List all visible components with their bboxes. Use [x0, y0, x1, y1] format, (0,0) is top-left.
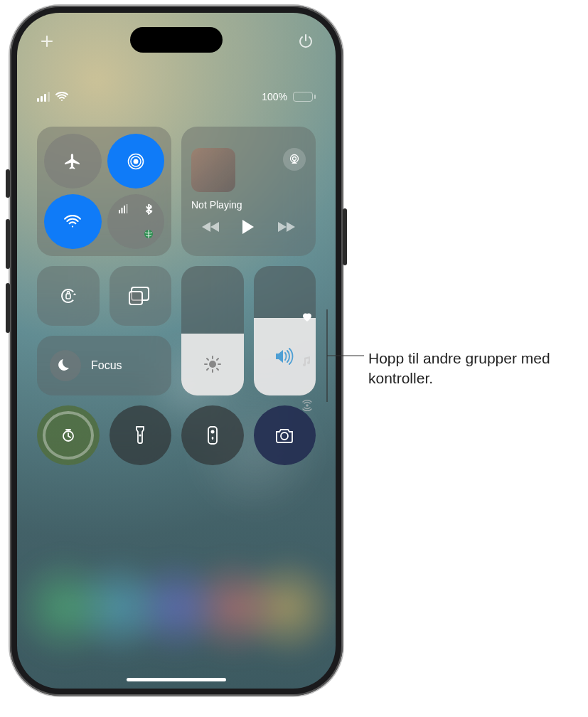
- page-indicator[interactable]: [301, 312, 313, 411]
- svg-point-10: [59, 287, 77, 304]
- bluetooth-icon: [137, 198, 160, 221]
- album-art: [191, 148, 235, 192]
- airdrop-toggle[interactable]: [107, 134, 165, 188]
- timer-button[interactable]: [37, 405, 100, 465]
- dynamic-island: [130, 27, 223, 53]
- camera-button[interactable]: [254, 405, 316, 465]
- airplane-mode-toggle[interactable]: [44, 134, 102, 188]
- svg-rect-13: [129, 292, 142, 304]
- svg-point-0: [133, 159, 138, 164]
- callout-text: Hopp til andre grupper med kontroller.: [368, 349, 588, 389]
- next-track-button[interactable]: [277, 221, 295, 233]
- status-bar: 100%: [17, 91, 336, 102]
- svg-point-16: [139, 435, 141, 437]
- connectivity-more[interactable]: [107, 194, 165, 249]
- flashlight-button[interactable]: [109, 405, 172, 465]
- wifi-toggle[interactable]: [44, 194, 102, 249]
- side-button-vol-down: [6, 283, 10, 333]
- svg-point-9: [293, 157, 296, 161]
- satellite-icon: [137, 223, 160, 245]
- svg-rect-4: [121, 208, 122, 213]
- screen-mirroring-button[interactable]: [109, 266, 172, 326]
- focus-label: Focus: [91, 359, 122, 372]
- page-dot-favorites-icon[interactable]: [301, 312, 313, 323]
- page-dot-music-icon[interactable]: [302, 356, 312, 367]
- svg-point-20: [281, 432, 288, 440]
- battery-percent-label: 100%: [262, 91, 287, 102]
- phone-frame: 100%: [10, 6, 343, 696]
- volume-icon: [274, 348, 294, 365]
- side-button-vol-up: [6, 219, 10, 269]
- svg-rect-3: [119, 210, 120, 213]
- orientation-lock-toggle[interactable]: [37, 266, 100, 326]
- play-button[interactable]: [241, 219, 255, 235]
- screen: 100%: [17, 13, 336, 689]
- add-control-button[interactable]: [37, 31, 57, 51]
- svg-rect-19: [212, 437, 213, 440]
- page-dot-connectivity-icon[interactable]: [301, 400, 313, 411]
- airplay-button[interactable]: [283, 148, 306, 171]
- focus-button[interactable]: Focus: [37, 336, 171, 395]
- now-playing-label: Not Playing: [191, 199, 306, 211]
- cellular-data-icon: [112, 198, 134, 221]
- home-indicator[interactable]: [127, 678, 226, 681]
- control-center-grid: Not Playing: [37, 127, 316, 465]
- prev-track-button[interactable]: [202, 221, 220, 233]
- svg-rect-11: [66, 294, 70, 299]
- connectivity-tile[interactable]: [37, 127, 171, 256]
- svg-point-18: [210, 430, 214, 434]
- cellular-signal-icon: [37, 92, 50, 102]
- svg-point-14: [209, 361, 216, 368]
- svg-rect-6: [126, 204, 127, 213]
- do-not-disturb-icon: [50, 350, 81, 381]
- battery-icon: [293, 92, 316, 102]
- svg-rect-5: [124, 206, 125, 213]
- power-button[interactable]: [296, 31, 316, 51]
- wifi-status-icon: [55, 92, 68, 102]
- brightness-icon: [203, 355, 222, 373]
- brightness-slider[interactable]: [181, 266, 244, 395]
- remote-button[interactable]: [181, 405, 244, 465]
- now-playing-tile[interactable]: Not Playing: [181, 127, 316, 256]
- side-button-action: [6, 169, 10, 198]
- svg-point-21: [306, 404, 309, 407]
- svg-rect-17: [208, 427, 217, 444]
- side-button-power: [343, 208, 347, 265]
